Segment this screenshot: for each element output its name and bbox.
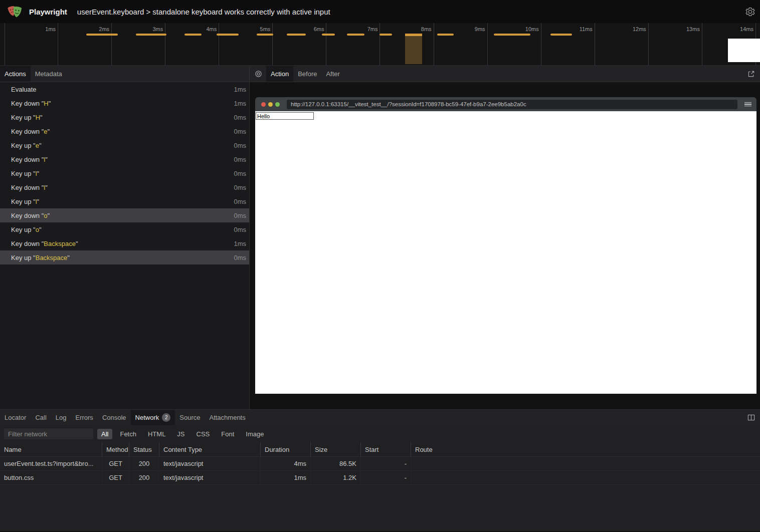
timeline-action-bar[interactable] [379,34,392,36]
pick-locator-target-icon[interactable] [250,66,266,82]
timeline-cell[interactable]: 12ms [595,23,649,65]
tab-log[interactable]: Log [51,410,71,425]
action-list-item[interactable]: Key down "o"0ms [0,208,249,222]
timeline-action-bar[interactable] [437,34,454,36]
timeline-cell[interactable]: 13ms [649,23,702,65]
main-split: Actions Metadata Evaluate1msKey down "H"… [0,66,760,409]
tab-metadata[interactable]: Metadata [31,66,67,82]
action-list-item[interactable]: Key up "e"0ms [0,138,249,152]
tab-log-label: Log [56,414,67,421]
tab-call[interactable]: Call [31,410,51,425]
timeline-cell[interactable]: 6ms [273,23,326,65]
timeline-cell[interactable]: 9ms [434,23,488,65]
timeline-action-bar[interactable] [494,34,530,36]
timeline-selected-range[interactable] [405,34,422,64]
action-list-item[interactable]: Key down "l"0ms [0,180,249,194]
network-cell-route [411,471,760,484]
timeline-cell[interactable]: 2ms [58,23,112,65]
timeline-strip[interactable]: 1ms2ms3ms4ms5ms6ms7ms8ms9ms10ms11ms12ms1… [0,23,760,66]
action-label: Key up "e" [11,142,42,149]
network-table-body: userEvent.test.ts?import&bro...GET200tex… [0,457,760,485]
page-text-input[interactable] [256,112,314,120]
action-label: Key down "H" [11,100,51,107]
timeline-cell[interactable]: 4ms [165,23,219,65]
column-header-size: Size [311,442,361,456]
chip-fetch[interactable]: Fetch [116,429,140,439]
tab-after[interactable]: After [321,66,344,82]
action-list-item[interactable]: Key down "Backspace"1ms [0,236,249,250]
action-list-item[interactable]: Key up "l"0ms [0,194,249,208]
action-list-item[interactable]: Evaluate1ms [0,82,249,96]
action-list-item[interactable]: Key up "Backspace"0ms [0,250,249,264]
timeline-action-bar[interactable] [347,34,364,36]
network-filter-input[interactable] [4,428,93,439]
tab-attachments[interactable]: Attachments [205,410,250,425]
tab-source[interactable]: Source [175,410,205,425]
action-list-item[interactable]: Key up "H"0ms [0,110,249,124]
timeline-tick-label: 8ms [421,26,432,32]
chip-css[interactable]: CSS [193,429,214,439]
timeline-action-bar[interactable] [86,34,118,36]
tab-errors[interactable]: Errors [71,410,97,425]
timeline-action-bar[interactable] [217,34,239,36]
action-key-value: H [44,100,48,107]
chip-html[interactable]: HTML [144,429,169,439]
chip-font[interactable]: Font [217,429,238,439]
timeline-tick-label: 4ms [206,26,217,32]
open-snapshot-external-link-icon[interactable] [747,66,760,82]
tab-network[interactable]: Network 2 [131,410,175,425]
column-header-status: Status [129,442,159,456]
timeline-action-bar[interactable] [136,34,166,36]
timeline-cell[interactable]: 3ms [112,23,165,65]
action-duration: 0ms [234,128,246,135]
timeline-cell[interactable]: 1ms [5,23,58,65]
timeline-cell[interactable]: 10ms [488,23,541,65]
chip-all[interactable]: All [97,429,112,439]
split-panel-toggle-icon[interactable] [747,410,760,425]
action-key-value: l [44,184,45,191]
action-duration: 0ms [234,198,246,205]
timeline-action-bar[interactable] [550,34,572,36]
timeline-cell[interactable]: 11ms [541,23,595,65]
timeline-film-thumbnail[interactable] [728,39,760,62]
timeline-action-bar[interactable] [322,34,335,36]
network-request-row[interactable]: button.cssGET200text/javascript1ms1.2K- [0,471,760,485]
tab-metadata-label: Metadata [35,70,62,78]
action-list-item[interactable]: Key down "e"0ms [0,124,249,138]
settings-gear-icon[interactable] [745,7,755,17]
timeline-action-bar[interactable] [257,34,273,36]
timeline-action-bar[interactable] [184,34,202,36]
tab-actions[interactable]: Actions [0,66,31,82]
tab-action[interactable]: Action [266,66,293,82]
network-cell-duration: 4ms [261,457,311,470]
column-header-start: Start [361,442,411,456]
action-label: Key up "H" [11,114,43,121]
timeline-tick-label: 7ms [367,26,378,32]
action-key-value: e [44,128,47,135]
action-list-item[interactable]: Key up "l"0ms [0,166,249,180]
chip-js[interactable]: JS [173,429,188,439]
page-snapshot [255,111,756,394]
timeline-tick-label: 1ms [45,26,56,32]
action-duration: 1ms [234,100,246,107]
tab-console[interactable]: Console [98,410,131,425]
tab-locator[interactable]: Locator [0,410,31,425]
action-list-item[interactable]: Key down "H"1ms [0,96,249,110]
action-duration: 0ms [234,212,246,219]
browser-menu-icon [744,102,751,107]
action-list-item[interactable]: Key up "o"0ms [0,222,249,236]
network-cell-content-type: text/javascript [159,457,261,470]
timeline-cell[interactable]: 5ms [219,23,273,65]
tab-before[interactable]: Before [293,66,321,82]
browser-window: http://127.0.0.1:63315/__vitest_test__/?… [255,97,756,394]
network-request-row[interactable]: userEvent.test.ts?import&bro...GET200tex… [0,457,760,471]
network-cell-status: 200 [129,471,159,484]
timeline-action-bar[interactable] [287,34,306,36]
timeline-tick-label: 2ms [99,26,109,32]
action-duration: 0ms [234,184,246,191]
timeline-cell[interactable]: 7ms [326,23,380,65]
action-list-item[interactable]: Key down "l"0ms [0,152,249,166]
chip-image[interactable]: Image [242,429,268,439]
action-label: Key down "e" [11,128,50,135]
tab-after-label: After [326,70,339,78]
